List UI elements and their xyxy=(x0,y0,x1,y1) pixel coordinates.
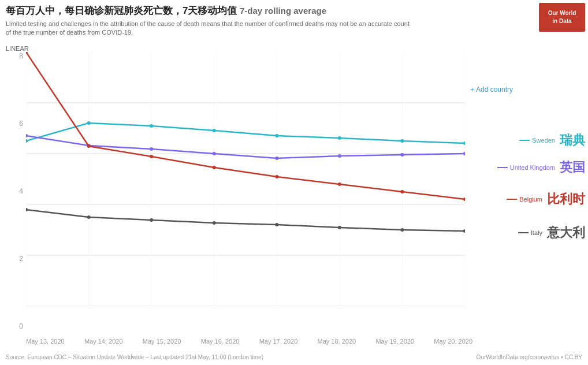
footer-rights: OurWorldInData.org/coronavirus • CC BY xyxy=(477,354,582,360)
title-en: 7-day rolling average xyxy=(240,6,326,16)
y-axis: 8 6 4 2 0 xyxy=(3,52,23,330)
svg-point-33 xyxy=(275,175,278,178)
x-label-7: May 20, 2020 xyxy=(434,338,472,345)
y-label-2: 2 xyxy=(3,255,23,263)
chart-container: Our World in Data 每百万人中，每日确诊新冠肺炎死亡数，7天移动… xyxy=(0,0,588,365)
svg-point-14 xyxy=(87,121,91,125)
sweden-line xyxy=(26,123,465,143)
italy-line xyxy=(26,210,465,231)
svg-point-25 xyxy=(275,157,278,160)
uk-label: United Kingdom 英国 xyxy=(497,159,585,176)
x-label-6: May 19, 2020 xyxy=(375,338,414,345)
belgium-line xyxy=(26,52,465,199)
add-country-label: + Add country xyxy=(470,85,513,94)
x-label-5: May 18, 2020 xyxy=(318,338,356,345)
y-label-8: 8 xyxy=(3,52,23,60)
svg-point-27 xyxy=(400,153,404,157)
chart-svg xyxy=(26,52,465,306)
svg-point-21 xyxy=(26,134,28,137)
svg-point-36 xyxy=(463,198,465,201)
x-label-3: May 16, 2020 xyxy=(201,338,240,345)
italy-label: Italy 意大利 xyxy=(518,224,585,241)
y-label-4: 4 xyxy=(3,187,23,195)
svg-point-32 xyxy=(213,166,216,169)
svg-point-39 xyxy=(150,218,153,222)
x-label-0: May 13, 2020 xyxy=(26,338,65,345)
svg-point-26 xyxy=(338,154,341,158)
uk-line-icon xyxy=(497,167,508,168)
svg-point-41 xyxy=(275,223,278,226)
svg-point-18 xyxy=(338,136,341,140)
header-area: 每百万人中，每日确诊新冠肺炎死亡数，7天移动均值 7-day rolling a… xyxy=(6,5,507,38)
svg-point-17 xyxy=(275,134,278,137)
title-zh: 每百万人中，每日确诊新冠肺炎死亡数，7天移动均值 xyxy=(6,5,237,16)
svg-point-37 xyxy=(26,208,28,211)
italy-line-icon xyxy=(518,232,529,233)
svg-point-23 xyxy=(150,147,153,151)
belgium-line-icon xyxy=(507,199,517,200)
y-label-0: 0 xyxy=(3,322,23,330)
svg-point-13 xyxy=(26,139,28,143)
svg-point-44 xyxy=(463,229,465,233)
svg-point-24 xyxy=(213,152,216,155)
x-label-1: May 14, 2020 xyxy=(84,338,123,345)
x-label-2: May 15, 2020 xyxy=(143,338,181,345)
main-title: 每百万人中，每日确诊新冠肺炎死亡数，7天移动均值 7-day rolling a… xyxy=(6,5,507,17)
subtitle: Limited testing and challenges in the at… xyxy=(6,20,410,38)
svg-point-31 xyxy=(150,155,153,158)
sweden-line-icon xyxy=(519,140,530,141)
svg-point-35 xyxy=(400,190,404,193)
svg-point-28 xyxy=(463,152,465,155)
footer-source: Source: European CDC – Situation Update … xyxy=(6,354,263,360)
svg-point-43 xyxy=(400,228,404,232)
y-label-6: 6 xyxy=(3,120,23,128)
logo-text: Our World in Data xyxy=(548,9,576,25)
svg-point-20 xyxy=(463,141,465,145)
svg-point-34 xyxy=(338,182,341,186)
linear-label: LINEAR xyxy=(6,45,29,52)
svg-point-16 xyxy=(213,129,216,132)
svg-point-19 xyxy=(400,139,404,143)
svg-point-38 xyxy=(87,215,91,219)
svg-point-40 xyxy=(213,221,216,225)
logo-box: Our World in Data xyxy=(539,3,585,32)
x-axis: May 13, 2020 May 14, 2020 May 15, 2020 M… xyxy=(26,338,472,345)
add-country-button[interactable]: + Add country xyxy=(470,85,513,94)
svg-point-15 xyxy=(150,124,153,128)
sweden-label: Sweden 瑞典 xyxy=(519,132,585,149)
svg-point-42 xyxy=(338,226,341,229)
x-label-4: May 17, 2020 xyxy=(259,338,298,345)
svg-point-30 xyxy=(87,144,91,148)
belgium-label: Belgium 比利时 xyxy=(507,191,585,208)
